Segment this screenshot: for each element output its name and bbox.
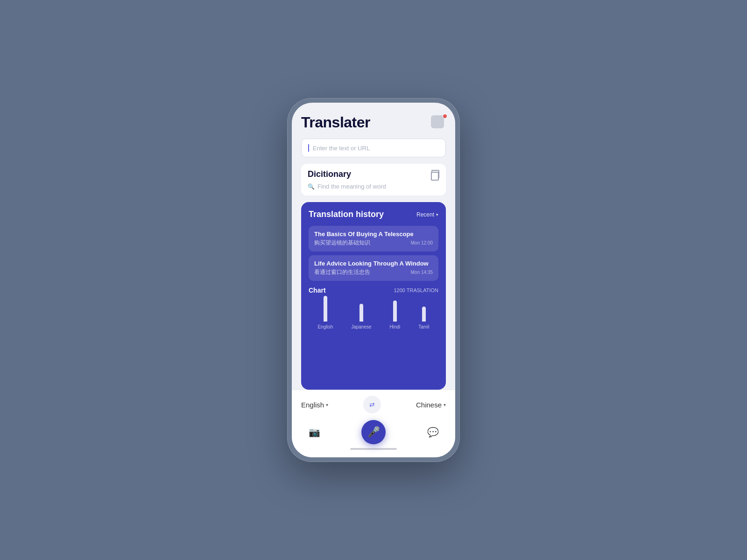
chart-title: Chart: [309, 287, 326, 294]
history-header: Translation history Recent ▾: [309, 210, 438, 219]
microphone-icon: 🎤: [367, 426, 380, 438]
history-item-english: Life Advice Looking Through A Window: [314, 260, 433, 267]
target-lang-chevron-icon: ▾: [444, 402, 446, 407]
chart-count: 1200 TRASLATION: [394, 287, 438, 293]
language-switcher: English ▾ ⇄ Chinese ▾: [301, 396, 446, 413]
cursor-icon: [308, 144, 309, 152]
text-url-input[interactable]: Enter the text or URL: [301, 139, 446, 157]
source-lang-chevron-icon: ▾: [326, 402, 328, 407]
action-bar: 📷 🎤 💬: [301, 420, 446, 444]
copy-icon[interactable]: [431, 170, 439, 179]
home-indicator: [350, 448, 397, 450]
history-card: Translation history Recent ▾ The Basics …: [301, 202, 446, 390]
bell-icon: [431, 115, 444, 128]
target-language-selector[interactable]: Chinese ▾: [416, 401, 446, 409]
swap-icon: ⇄: [369, 401, 375, 408]
dictionary-search[interactable]: 🔍 Find the meaning of word: [308, 183, 439, 190]
history-item-chinese: 购买望远镜的基础知识: [314, 239, 370, 247]
chart-bar-label: Japanese: [351, 324, 371, 329]
dictionary-section: Dicitionary 🔍 Find the meaning of word: [301, 164, 446, 196]
notification-badge: [443, 114, 447, 119]
source-language-label: English: [301, 401, 324, 409]
history-item-chinese: 看通过窗口的生活忠告: [314, 268, 370, 276]
chevron-down-icon: ▾: [436, 212, 438, 217]
history-title: Translation history: [309, 210, 384, 219]
chart-bar: [422, 307, 426, 322]
camera-button[interactable]: 📷: [306, 424, 323, 441]
camera-icon: 📷: [309, 427, 320, 438]
chart-bar-label: English: [317, 324, 333, 329]
chart-bar-group: Tamil: [418, 307, 429, 329]
swap-languages-button[interactable]: ⇄: [363, 396, 381, 413]
notification-button[interactable]: [431, 115, 446, 130]
bottom-bar: English ▾ ⇄ Chinese ▾ 📷 🎤: [292, 390, 455, 457]
phone-frame: Translater Enter the text or URL Dicitio…: [287, 98, 460, 462]
history-item-row: 购买望远镜的基础知识 Mon 12:00: [314, 239, 433, 247]
history-item-time: Mon 12:00: [411, 240, 433, 245]
history-item-row: 看通过窗口的生活忠告 Mon 14:35: [314, 268, 433, 276]
header: Translater: [301, 114, 446, 131]
history-item[interactable]: The Basics Of Buying A Telescope 购买望远镜的基…: [309, 226, 438, 252]
recent-filter-label: Recent: [416, 211, 434, 218]
history-item-time: Mon 14:35: [411, 270, 433, 275]
chart-bars: EnglishJapaneseHindiTamil: [309, 299, 438, 331]
recent-filter-button[interactable]: Recent ▾: [416, 211, 438, 218]
dictionary-title: Dicitionary: [308, 169, 351, 179]
screen-content: Translater Enter the text or URL Dicitio…: [292, 103, 455, 390]
dictionary-search-placeholder: Find the meaning of word: [317, 183, 386, 190]
history-item[interactable]: Life Advice Looking Through A Window 看通过…: [309, 255, 438, 281]
search-placeholder-text: Enter the text or URL: [313, 145, 370, 152]
chart-bar-group: Japanese: [351, 304, 371, 329]
chart-bar: [393, 301, 397, 322]
phone-screen: Translater Enter the text or URL Dicitio…: [292, 103, 455, 457]
chart-section: Chart 1200 TRASLATION EnglishJapaneseHin…: [309, 287, 438, 331]
chat-icon: 💬: [427, 427, 439, 438]
microphone-button[interactable]: 🎤: [361, 420, 386, 444]
chart-header: Chart 1200 TRASLATION: [309, 287, 438, 294]
chat-button[interactable]: 💬: [424, 424, 441, 441]
chart-bar-group: Hindi: [389, 301, 400, 329]
search-icon: 🔍: [308, 183, 315, 190]
chart-bar-label: Hindi: [389, 324, 400, 329]
chart-bar-group: English: [317, 296, 333, 329]
chart-bar: [359, 304, 363, 322]
history-item-english: The Basics Of Buying A Telescope: [314, 231, 433, 238]
dictionary-header: Dicitionary: [308, 169, 439, 179]
source-language-selector[interactable]: English ▾: [301, 401, 328, 409]
app-title: Translater: [301, 114, 370, 131]
chart-bar: [324, 296, 327, 322]
chart-bar-label: Tamil: [418, 324, 429, 329]
target-language-label: Chinese: [416, 401, 442, 409]
